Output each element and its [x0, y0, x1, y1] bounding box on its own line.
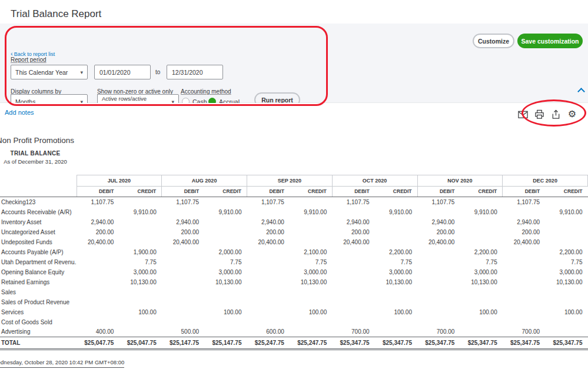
amount-cell [503, 277, 545, 287]
trial-balance-table: JUL 2020AUG 2020SEP 2020OCT 2020NOV 2020… [0, 175, 588, 350]
account-row: Opening Balance Equity3,000.003,000.003,… [0, 267, 588, 277]
subcolumn-header: DEBIT [162, 187, 204, 197]
amount-cell [460, 227, 502, 237]
amount-cell [204, 227, 247, 237]
amount-cell: 3,000.00 [119, 267, 161, 277]
amount-cell: 600.00 [247, 327, 290, 337]
amount-cell: 9,910.00 [375, 207, 417, 217]
amount-cell: 20,400.00 [77, 237, 119, 247]
amount-cell: 200.00 [77, 227, 119, 237]
month-header: SEP 2020 [247, 175, 333, 187]
amount-cell [332, 317, 374, 327]
amount-cell [247, 207, 290, 217]
amount-cell [247, 287, 290, 297]
amount-cell [460, 297, 502, 307]
subcolumn-header: DEBIT [77, 187, 119, 197]
amount-cell [119, 327, 161, 337]
report-footer-timestamp: Wednesday, October 28, 2020 10:42 PM GMT… [0, 359, 124, 368]
account-row: Accounts Receivable (A/R)9,910.009,910.0… [0, 207, 588, 217]
amount-cell: 1,107.75 [162, 197, 204, 207]
amount-cell: 1,107.75 [77, 197, 119, 207]
total-amount-cell: $25,147.75 [162, 337, 204, 350]
amount-cell [290, 197, 332, 207]
amount-cell [503, 247, 545, 257]
amount-cell [460, 197, 502, 207]
end-date-input[interactable] [167, 65, 223, 79]
amount-cell [332, 207, 374, 217]
total-label: TOTAL [0, 337, 77, 350]
amount-cell: 9,910.00 [204, 207, 247, 217]
amount-cell [77, 307, 119, 317]
amount-cell: 9,910.00 [290, 207, 332, 217]
add-notes-link[interactable]: Add notes [5, 109, 34, 116]
amount-cell: 200.00 [503, 227, 545, 237]
amount-cell [77, 317, 119, 327]
report-action-icons: ⚙ [516, 108, 579, 121]
amount-cell: 2,940.00 [247, 217, 290, 227]
amount-cell [332, 267, 374, 277]
amount-cell [375, 317, 417, 327]
amount-cell [247, 267, 290, 277]
amount-cell [503, 207, 545, 217]
total-amount-cell: $25,247.75 [290, 337, 332, 350]
account-row: Cost of Goods Sold [0, 317, 588, 327]
account-name: Cost of Goods Sold [0, 317, 77, 327]
amount-cell [290, 217, 332, 227]
amount-cell: 1,900.00 [119, 247, 161, 257]
amount-cell [247, 297, 290, 307]
report-period-label: Report period [11, 56, 46, 63]
amount-cell [247, 317, 290, 327]
report-subtitle: As of December 31, 2020 [0, 158, 153, 165]
month-header: OCT 2020 [332, 175, 417, 187]
email-icon[interactable] [516, 108, 529, 121]
amount-cell: 2,200.00 [545, 247, 587, 257]
amount-cell: 2,000.00 [204, 247, 247, 257]
amount-cell: 10,130.00 [460, 277, 502, 287]
amount-cell [247, 257, 290, 267]
total-amount-cell: $25,247.75 [247, 337, 290, 350]
amount-cell [119, 237, 161, 247]
amount-cell: 100.00 [545, 307, 587, 317]
save-customization-button[interactable]: Save customization [517, 34, 583, 48]
account-name: Inventory Asset [0, 217, 77, 227]
amount-cell: 7.75 [290, 257, 332, 267]
amount-cell [162, 277, 204, 287]
subcolumn-header: CREDIT [545, 187, 587, 197]
amount-cell [417, 297, 460, 307]
amount-cell [77, 247, 119, 257]
amount-cell: 10,130.00 [290, 277, 332, 287]
total-amount-cell: $25,347.75 [545, 337, 587, 350]
amount-cell [503, 257, 545, 267]
amount-cell [204, 327, 247, 337]
amount-cell [204, 237, 247, 247]
amount-cell: 100.00 [119, 307, 161, 317]
settings-icon[interactable]: ⚙ [566, 108, 579, 121]
amount-cell: 10,130.00 [119, 277, 161, 287]
notes-bar: Add notes ⚙ [0, 103, 588, 124]
amount-cell [545, 287, 587, 297]
amount-cell [460, 237, 502, 247]
amount-cell: 2,940.00 [417, 217, 460, 227]
amount-cell: 400.00 [77, 327, 119, 337]
account-name: Undeposited Funds [0, 237, 77, 247]
amount-cell: 7.75 [375, 257, 417, 267]
customize-button[interactable]: Customize [473, 34, 514, 48]
account-row: Retained Earnings10,130.0010,130.0010,13… [0, 277, 588, 287]
subcolumn-header: CREDIT [204, 187, 247, 197]
amount-cell [204, 217, 247, 227]
amount-cell [162, 297, 204, 307]
accounting-method-label: Accounting method [181, 88, 231, 95]
amount-cell [545, 197, 587, 207]
report-period-select[interactable]: This Calendar Year ▾ [11, 65, 88, 79]
account-row: Utah Department of Revenu...7.757.757.75… [0, 257, 588, 267]
start-date-input[interactable] [94, 65, 151, 79]
amount-cell [417, 257, 460, 267]
print-icon[interactable] [533, 108, 546, 121]
amount-cell: 7.75 [119, 257, 161, 267]
export-icon[interactable] [549, 108, 562, 121]
report-header: Non Profit Promotions TRIAL BALANCE As o… [0, 136, 153, 165]
total-amount-cell: $25,347.75 [503, 337, 545, 350]
account-name: Checking123 [0, 197, 77, 207]
amount-cell [503, 297, 545, 307]
amount-cell [162, 207, 204, 217]
